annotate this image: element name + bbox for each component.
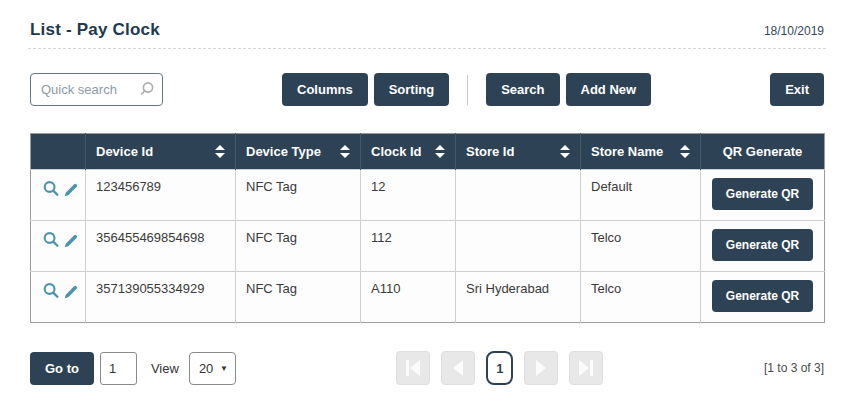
toolbar-center: Columns Sorting Search Add New: [163, 73, 770, 106]
last-page-icon: [579, 360, 589, 376]
exit-button[interactable]: Exit: [770, 73, 824, 106]
column-header-device-id[interactable]: Device Id: [86, 134, 236, 170]
generate-qr-button[interactable]: Generate QR: [712, 229, 813, 261]
row-actions-cell: [31, 170, 86, 221]
header-date: 18/10/2019: [764, 24, 824, 40]
add-new-button[interactable]: Add New: [566, 73, 652, 106]
next-page-button[interactable]: [524, 351, 558, 385]
cell-store-name: Default: [581, 170, 701, 221]
pay-clock-table: Device IdDevice TypeClock IdStore IdStor…: [30, 133, 825, 323]
column-label: QR Generate: [711, 144, 814, 159]
cell-device-id: 123456789: [86, 170, 236, 221]
sort-icon[interactable]: [680, 145, 690, 158]
page-title: List - Pay Clock: [30, 20, 160, 40]
go-to-button[interactable]: Go to: [30, 352, 94, 385]
column-header-clock-id[interactable]: Clock Id: [361, 134, 456, 170]
first-page-icon: [406, 360, 409, 376]
cell-clock-id: A110: [361, 272, 456, 323]
prev-page-button[interactable]: [441, 351, 475, 385]
current-page-indicator[interactable]: 1: [486, 351, 513, 385]
view-select[interactable]: 20 ▼: [189, 352, 236, 385]
qr-generate-cell: Generate QR: [701, 170, 825, 221]
pagination: 1: [236, 351, 764, 385]
column-label: Clock Id: [371, 144, 429, 159]
cell-device-type: NFC Tag: [236, 221, 361, 272]
cell-device-type: NFC Tag: [236, 170, 361, 221]
view-row-icon[interactable]: [41, 281, 62, 305]
cell-clock-id: 12: [361, 170, 456, 221]
row-actions-cell: [31, 221, 86, 272]
first-page-button[interactable]: [396, 351, 430, 385]
cell-store-id: Sri Hyderabad: [456, 272, 581, 323]
columns-button[interactable]: Columns: [282, 73, 368, 106]
record-range-label: [1 to 3 of 3]: [764, 361, 824, 375]
generate-qr-button[interactable]: Generate QR: [712, 178, 813, 210]
column-label: Device Type: [246, 144, 334, 159]
column-header-store-name[interactable]: Store Name: [581, 134, 701, 170]
table-body: 123456789NFC Tag12DefaultGenerate QR3564…: [31, 170, 825, 323]
cell-store-name: Telco: [581, 272, 701, 323]
column-header-device-type[interactable]: Device Type: [236, 134, 361, 170]
edit-row-icon[interactable]: [62, 232, 80, 253]
sort-icon[interactable]: [340, 145, 350, 158]
table-row: 357139055334929NFC TagA110Sri HyderabadT…: [31, 272, 825, 323]
edit-row-icon[interactable]: [62, 181, 80, 202]
table-header: Device IdDevice TypeClock IdStore IdStor…: [31, 134, 825, 170]
cell-store-name: Telco: [581, 221, 701, 272]
column-header-store-id[interactable]: Store Id: [456, 134, 581, 170]
table-row: 356455469854698NFC Tag112TelcoGenerate Q…: [31, 221, 825, 272]
sort-icon[interactable]: [560, 145, 570, 158]
footer-left: Go to View 20 ▼: [30, 352, 236, 385]
footer: Go to View 20 ▼ 1 [1: [30, 351, 824, 385]
view-label: View: [151, 361, 179, 376]
column-label: Device Id: [96, 144, 209, 159]
search-icon[interactable]: [137, 80, 156, 103]
pay-clock-page: List - Pay Clock 18/10/2019 Columns Sort…: [0, 0, 854, 385]
qr-generate-cell: Generate QR: [701, 221, 825, 272]
prev-page-icon: [453, 360, 463, 376]
column-header-actions: [31, 134, 86, 170]
edit-row-icon[interactable]: [62, 283, 80, 304]
chevron-down-icon: ▼: [220, 364, 228, 373]
table-row: 123456789NFC Tag12DefaultGenerate QR: [31, 170, 825, 221]
cell-store-id: [456, 221, 581, 272]
toolbar: Columns Sorting Search Add New Exit: [30, 73, 824, 106]
page-header: List - Pay Clock 18/10/2019: [30, 12, 824, 40]
generate-qr-button[interactable]: Generate QR: [712, 280, 813, 312]
column-header-qr-generate: QR Generate: [701, 134, 825, 170]
row-actions-cell: [31, 272, 86, 323]
search-button[interactable]: Search: [486, 73, 559, 106]
header-divider: [28, 48, 826, 49]
exit-wrap: Exit: [770, 73, 824, 106]
cell-store-id: [456, 170, 581, 221]
view-row-icon[interactable]: [41, 179, 62, 203]
view-select-value: 20: [199, 361, 213, 376]
quick-search: [30, 73, 163, 106]
go-to-page-input[interactable]: [100, 352, 137, 385]
sort-icon[interactable]: [435, 145, 445, 158]
cell-device-id: 356455469854698: [86, 221, 236, 272]
qr-generate-cell: Generate QR: [701, 272, 825, 323]
cell-device-type: NFC Tag: [236, 272, 361, 323]
cell-device-id: 357139055334929: [86, 272, 236, 323]
column-label: Store Name: [591, 144, 674, 159]
sort-icon[interactable]: [215, 145, 225, 158]
last-page-button[interactable]: [569, 351, 603, 385]
view-row-icon[interactable]: [41, 230, 62, 254]
toolbar-divider: [467, 75, 468, 105]
next-page-icon: [536, 360, 546, 376]
column-label: Store Id: [466, 144, 554, 159]
cell-clock-id: 112: [361, 221, 456, 272]
sorting-button[interactable]: Sorting: [374, 73, 450, 106]
